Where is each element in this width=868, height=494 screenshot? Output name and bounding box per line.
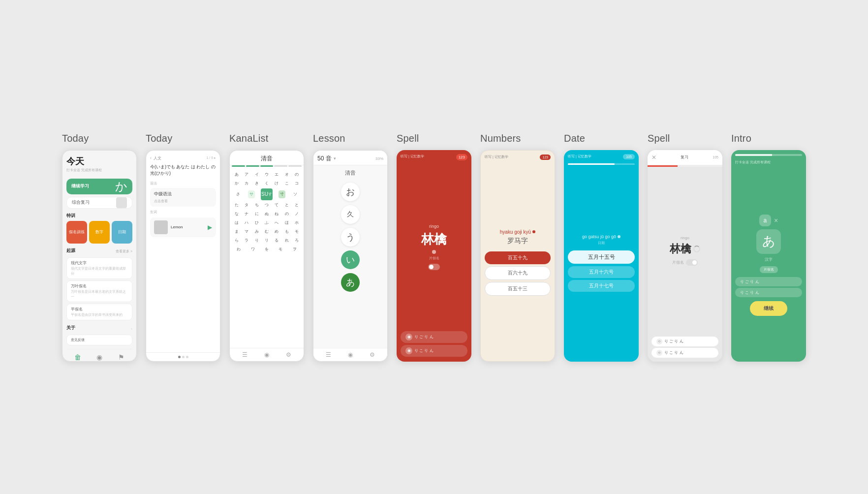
kl-cell-5-1[interactable]: ひ bbox=[253, 219, 260, 227]
kl-cell-2-2[interactable]: 寸 bbox=[279, 190, 285, 198]
kl-cell-6-1[interactable]: み bbox=[253, 228, 260, 236]
kl-cell-7-2[interactable]: リ bbox=[263, 237, 270, 245]
sr-option-1[interactable]: ◉ り こ り ん bbox=[401, 345, 467, 357]
is-option-0[interactable]: り ご り ん bbox=[735, 277, 802, 286]
today1-title: 今天 bbox=[66, 155, 132, 167]
kl-cell-6-0[interactable]: マ bbox=[243, 228, 250, 236]
today1-exercise-0[interactable]: 现代文字 现代文字是日本语文字的重要组成部分 bbox=[66, 257, 132, 279]
ns-choice-2[interactable]: 百五十三 bbox=[485, 282, 551, 296]
kl-cell-5-0[interactable]: ハ bbox=[243, 219, 250, 227]
ls-bottom-settings-icon[interactable]: ⚙ bbox=[370, 351, 375, 358]
kana-item-1[interactable]: 久 bbox=[341, 205, 360, 224]
kl-cell-6-4[interactable]: も bbox=[283, 228, 290, 236]
kl-cell-5-3[interactable]: へ bbox=[273, 219, 280, 227]
kl-cell-1-1[interactable]: き bbox=[253, 180, 260, 187]
kl-cell-1-0[interactable]: カ bbox=[243, 180, 250, 187]
is-option-1[interactable]: り こ り ん bbox=[735, 288, 802, 297]
kl-cell-6-2[interactable]: む bbox=[263, 228, 270, 236]
today1-continue-btn[interactable]: 继续学习 か bbox=[66, 179, 132, 194]
kl-cell-8-0[interactable]: ワ bbox=[249, 246, 256, 253]
kl-cell-3-3[interactable]: て bbox=[273, 201, 280, 209]
tab-icon-flag[interactable]: ⚑ bbox=[118, 353, 124, 361]
ds-choice-0[interactable]: 五月十六号 bbox=[568, 266, 635, 278]
kana-item-0[interactable]: お bbox=[341, 183, 360, 201]
today1-exercise-more[interactable]: 查看更多 > bbox=[116, 249, 132, 254]
kl-cell-0-1[interactable]: イ bbox=[253, 171, 260, 179]
kl-cell-0-0[interactable]: ア bbox=[243, 171, 250, 179]
kl-cell-7-4[interactable]: れ bbox=[283, 237, 290, 245]
kl-cell-selected[interactable]: SU す bbox=[261, 188, 273, 200]
kl-cell-7-3[interactable]: る bbox=[273, 237, 280, 245]
kl-cell-0-4[interactable]: オ bbox=[283, 171, 290, 179]
today1-review-btn[interactable]: 综合复习 bbox=[66, 197, 132, 209]
s2-close-icon[interactable]: ✕ bbox=[651, 154, 656, 161]
ds-toggle-btn[interactable]: 105 bbox=[623, 154, 635, 159]
kl-cell-3-1[interactable]: ち bbox=[253, 201, 260, 209]
tab-icon-trash[interactable]: 🗑 bbox=[74, 353, 81, 361]
kl-bottom-list-icon[interactable]: ☰ bbox=[242, 351, 248, 358]
s2-option-1[interactable]: ○ り こ り ん bbox=[651, 348, 718, 358]
ls-header: 50 音 ▾ 33% bbox=[313, 151, 387, 165]
kana-item-2[interactable]: う bbox=[341, 228, 360, 247]
kl-cell-1-5[interactable]: コ bbox=[293, 180, 300, 187]
kl-cell-8-3[interactable]: ヲ bbox=[291, 246, 298, 253]
play-icon[interactable]: ▶ bbox=[208, 224, 212, 231]
kl-cell-3-0[interactable]: タ bbox=[243, 201, 250, 209]
sr-toggle-track[interactable] bbox=[428, 264, 440, 270]
kana-item-3[interactable]: い bbox=[341, 250, 360, 269]
kl-cell-8-1[interactable]: を bbox=[263, 246, 270, 253]
s2-option-0[interactable]: ○ り ご り ん bbox=[651, 337, 718, 346]
kl-cell-6-3[interactable]: め bbox=[273, 228, 280, 236]
kl-cell-3-5[interactable]: と bbox=[293, 201, 300, 209]
today1-exercise-1[interactable]: 万叶假名 万叶假名是日本最古老的文字系统之一 bbox=[66, 280, 132, 302]
kl-cell-3-2[interactable]: つ bbox=[263, 201, 270, 209]
sr-option-0[interactable]: ◉ り ご り ん bbox=[401, 331, 467, 343]
kl-cell-8-2[interactable]: モ bbox=[277, 246, 284, 253]
kl-bottom-circle-icon[interactable]: ◉ bbox=[264, 351, 269, 358]
ls-bottom-list-icon[interactable]: ☰ bbox=[326, 351, 331, 358]
kl-cell-5-2[interactable]: ふ bbox=[263, 219, 270, 227]
kl-cell-7-1[interactable]: り bbox=[253, 237, 260, 245]
kl-cell-7-5[interactable]: ろ bbox=[293, 237, 300, 245]
ns-choice-1[interactable]: 百六十九 bbox=[485, 266, 551, 280]
kl-cell-0-5[interactable]: の bbox=[293, 171, 300, 179]
kl-cell-6-5[interactable]: モ bbox=[293, 228, 300, 236]
ns-choice-0[interactable]: 百五十九 bbox=[485, 251, 551, 264]
kl-cell-0-2[interactable]: ウ bbox=[263, 171, 270, 179]
kl-cell-4-1[interactable]: に bbox=[253, 210, 260, 218]
is-confirm-btn[interactable]: 继续 bbox=[750, 301, 787, 316]
kana-item-4[interactable]: あ bbox=[341, 273, 360, 292]
kl-bottom-settings-icon[interactable]: ⚙ bbox=[286, 351, 291, 358]
kl-cell-2-0[interactable]: サ bbox=[248, 190, 255, 198]
ds-romaji: go gatsu jū go gō bbox=[582, 234, 620, 239]
ds-choice-1[interactable]: 五月十七号 bbox=[568, 280, 635, 292]
kl-table: あ ア イ ウ エ オ の か カ き く け こ コ bbox=[230, 169, 304, 348]
sr-toggle[interactable] bbox=[428, 264, 440, 270]
special-card-0[interactable]: 假名训练 bbox=[66, 221, 87, 244]
kl-cell-1-3[interactable]: け bbox=[273, 180, 280, 187]
s2-toggle[interactable] bbox=[686, 259, 698, 266]
kl-cell-2-3[interactable]: ソ bbox=[292, 190, 299, 198]
ls-bottom-circle-icon[interactable]: ◉ bbox=[348, 351, 353, 358]
today1-exercise-2[interactable]: 平假名 平假名是由汉字的草书演变而来的 bbox=[66, 304, 132, 320]
back-arrow-icon[interactable]: ‹ bbox=[150, 155, 152, 160]
today1-about-0[interactable]: 意见反馈 bbox=[66, 335, 132, 345]
kl-cell-4-3[interactable]: ね bbox=[273, 210, 280, 218]
s2-header: ✕ 复习 105 bbox=[648, 150, 722, 165]
kl-cell-4-4[interactable]: の bbox=[283, 210, 290, 218]
kl-cell-1-4[interactable]: こ bbox=[283, 180, 290, 187]
today2-music[interactable]: Lemon ▶ bbox=[150, 217, 216, 237]
tab-icon-circle[interactable]: ◉ bbox=[96, 353, 102, 361]
kl-cell-4-5[interactable]: ノ bbox=[293, 210, 300, 218]
today1-special-cards: 假名训练 数字 日期 bbox=[66, 221, 132, 244]
kl-cell-5-4[interactable]: ほ bbox=[283, 219, 290, 227]
kl-cell-4-2[interactable]: ぬ bbox=[263, 210, 270, 218]
kl-cell-7-0[interactable]: ラ bbox=[243, 237, 250, 245]
kl-cell-0-3[interactable]: エ bbox=[273, 171, 280, 179]
kl-cell-1-2[interactable]: く bbox=[263, 180, 270, 187]
special-card-1[interactable]: 数字 bbox=[89, 221, 110, 244]
kl-cell-4-0[interactable]: ナ bbox=[243, 210, 250, 218]
special-card-2[interactable]: 日期 bbox=[112, 221, 132, 244]
kl-cell-3-4[interactable]: と bbox=[283, 201, 290, 209]
kl-cell-5-5[interactable]: ホ bbox=[293, 219, 300, 227]
